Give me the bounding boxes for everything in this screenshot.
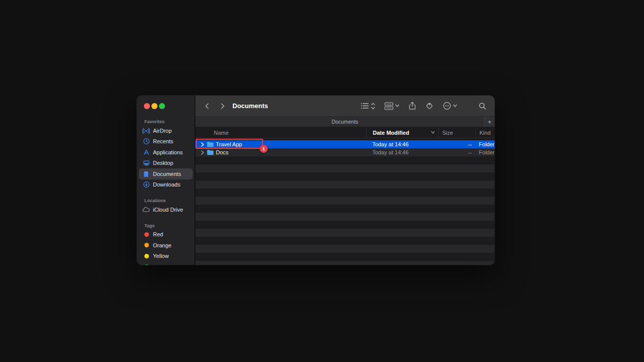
column-header-kind[interactable]: Kind (475, 127, 495, 138)
folder-icon (207, 149, 214, 155)
back-button[interactable] (201, 100, 213, 112)
cloud-icon (142, 206, 150, 213)
sidebar-item-label: Yellow (153, 253, 169, 259)
sidebar-item-label: Applications (153, 149, 183, 155)
sidebar-item-label: Orange (153, 242, 172, 248)
file-list: Travel App Today at 14:46 -- Folder Docs (195, 138, 495, 265)
file-row-docs[interactable]: Docs Today at 14:46 -- Folder (195, 148, 495, 156)
zoom-button[interactable] (159, 103, 165, 109)
more-icon (443, 102, 451, 110)
annotation-step-badge: 1 (260, 145, 268, 153)
forward-button[interactable] (216, 100, 228, 112)
column-header-size[interactable]: Size (438, 127, 475, 138)
sidebar-item-downloads[interactable]: Downloads (139, 179, 193, 191)
empty-row (195, 172, 495, 180)
column-header-name[interactable]: Name (195, 127, 366, 138)
chevron-left-icon (204, 103, 211, 110)
empty-row (195, 229, 495, 237)
sidebar-item-tag-green[interactable]: Green (139, 261, 193, 265)
sidebar-section-favorites: Favorites (137, 119, 195, 125)
share-icon (409, 102, 416, 110)
airdrop-icon (142, 127, 150, 134)
column-header-row: Name Date Modified Size Kind (195, 127, 495, 138)
empty-row (195, 245, 495, 253)
empty-row (195, 164, 495, 172)
sidebar-item-label: Recents (153, 138, 173, 144)
search-button[interactable] (476, 101, 489, 111)
empty-row (195, 156, 495, 164)
file-kind: Folder (475, 141, 495, 147)
plus-icon: + (488, 118, 492, 126)
sidebar-item-icloud-drive[interactable]: iCloud Drive (139, 204, 193, 215)
main-area: Documents (195, 96, 495, 265)
tab-bar: Documents + (195, 117, 495, 127)
applications-icon (142, 148, 150, 156)
empty-row (195, 237, 495, 245)
file-size: -- (438, 141, 475, 147)
sidebar-item-label: Downloads (153, 182, 180, 188)
empty-row (195, 261, 495, 265)
tags-button[interactable] (423, 101, 436, 111)
annotation-highlight-box (196, 139, 263, 149)
red-tag-dot-icon (142, 231, 150, 238)
green-tag-dot-icon (142, 263, 150, 265)
sidebar-item-tag-yellow[interactable]: Yellow (139, 251, 193, 262)
desktop-icon (142, 159, 150, 167)
empty-row (195, 213, 495, 221)
sidebar-item-recents[interactable]: Recents (139, 136, 193, 147)
sidebar-item-label: iCloud Drive (153, 207, 183, 213)
recents-icon (142, 138, 150, 145)
chevron-right-icon (219, 103, 226, 110)
view-options-button[interactable] (359, 101, 377, 111)
file-date-modified: Today at 14:46 (366, 141, 438, 147)
window-controls (144, 103, 165, 109)
group-view-icon (384, 102, 393, 110)
empty-row (195, 221, 495, 229)
chevron-down-icon (395, 104, 399, 108)
share-button[interactable] (407, 101, 418, 111)
file-name: Docs (216, 149, 228, 155)
sidebar-item-airdrop[interactable]: AirDrop (139, 125, 193, 136)
yellow-tag-dot-icon (142, 252, 150, 260)
tag-icon (425, 102, 434, 110)
sidebar-item-applications[interactable]: Applications (139, 147, 193, 158)
toolbar: Documents (195, 96, 495, 117)
sort-direction-chevron-icon (431, 131, 435, 134)
sidebar: Favorites AirDrop (137, 96, 195, 265)
sidebar-item-label: Documents (153, 171, 181, 177)
chevron-down-icon (453, 104, 457, 108)
sidebar-section-tags: Tags (137, 223, 195, 229)
disclosure-chevron-icon[interactable] (200, 150, 205, 155)
search-icon (478, 102, 487, 110)
more-actions-button[interactable] (441, 101, 459, 111)
sidebar-item-desktop[interactable]: Desktop (139, 158, 193, 169)
new-tab-button[interactable]: + (484, 117, 495, 127)
sidebar-item-label: AirDrop (153, 128, 172, 134)
close-button[interactable] (144, 103, 150, 109)
tab-documents[interactable]: Documents (332, 119, 358, 125)
empty-row (195, 189, 495, 197)
empty-row (195, 253, 495, 261)
file-date-modified: Today at 14:46 (366, 149, 438, 155)
window-title: Documents (232, 102, 268, 110)
file-kind: Folder (475, 149, 495, 155)
list-view-icon (361, 102, 369, 110)
group-by-button[interactable] (382, 101, 401, 111)
sort-chevrons-icon (371, 103, 375, 110)
finder-window: Favorites AirDrop (137, 96, 495, 265)
minimize-button[interactable] (151, 103, 157, 109)
empty-row (195, 197, 495, 205)
orange-tag-dot-icon (142, 241, 150, 249)
empty-row (195, 205, 495, 213)
sidebar-section-locations: Locations (137, 198, 195, 204)
downloads-icon (142, 181, 150, 189)
column-header-date-modified[interactable]: Date Modified (366, 127, 438, 138)
empty-row (195, 180, 495, 189)
sidebar-item-tag-red[interactable]: Red (139, 229, 193, 240)
document-icon (142, 170, 150, 177)
sidebar-item-label: Green (153, 264, 169, 265)
sidebar-item-label: Red (153, 231, 163, 237)
sidebar-item-tag-orange[interactable]: Orange (139, 240, 193, 251)
sidebar-item-documents[interactable]: Documents (139, 168, 193, 179)
file-size: -- (438, 149, 475, 155)
